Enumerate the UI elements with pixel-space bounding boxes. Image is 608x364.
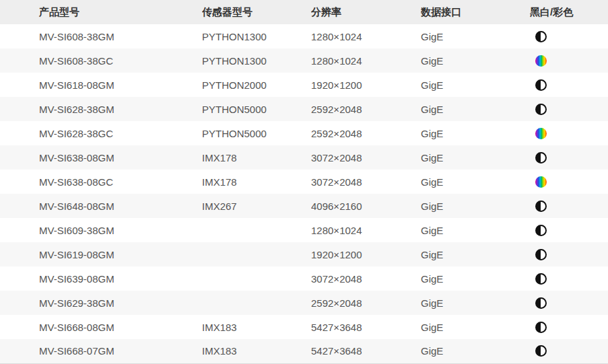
- data-interface-cell: GigE: [421, 97, 530, 121]
- chroma-cell: [530, 291, 608, 315]
- data-interface-cell: GigE: [421, 48, 530, 73]
- sensor-model-cell: IMX183: [202, 315, 311, 339]
- table-row: MV-SI628-38GC PYTHON5000 2592×2048 GigE: [0, 121, 608, 145]
- chroma-cell: [530, 24, 608, 48]
- data-interface-cell: GigE: [421, 73, 530, 97]
- table-row: MV-SI629-38GM 2592×2048 GigE: [0, 291, 608, 315]
- data-interface-cell: GigE: [421, 145, 530, 170]
- table-header: 产品型号 传感器型号 分辨率 数据接口 黑白/彩色: [0, 0, 608, 24]
- column-header-resolution: 分辨率: [311, 0, 421, 24]
- mono-icon: [535, 345, 547, 357]
- chroma-cell: [530, 339, 608, 363]
- sensor-model-cell: PYTHON2000: [202, 73, 311, 97]
- product-spec-table: 产品型号 传感器型号 分辨率 数据接口 黑白/彩色 MV-SI608-38GM …: [0, 0, 608, 364]
- table-row: MV-SI638-08GC IMX178 3072×2048 GigE: [0, 170, 608, 194]
- resolution-cell: 1280×1024: [311, 48, 421, 73]
- data-interface-cell: GigE: [421, 266, 530, 291]
- resolution-cell: 1280×1024: [311, 218, 421, 242]
- resolution-cell: 2592×2048: [311, 291, 421, 315]
- sensor-model-cell: PYTHON5000: [202, 121, 311, 145]
- chroma-cell: [530, 315, 608, 339]
- product-model-cell: MV-SI618-08GM: [0, 73, 202, 97]
- data-interface-cell: GigE: [421, 194, 530, 218]
- sensor-model-cell: [202, 218, 311, 242]
- table-row: MV-SI608-38GM PYTHON1300 1280×1024 GigE: [0, 24, 608, 48]
- sensor-model-cell: PYTHON1300: [202, 24, 311, 48]
- chroma-cell: [530, 266, 608, 291]
- product-model-cell: MV-SI628-38GC: [0, 121, 202, 145]
- data-interface-cell: GigE: [421, 24, 530, 48]
- column-header-interface: 数据接口: [421, 0, 530, 24]
- chroma-cell: [530, 170, 608, 194]
- resolution-cell: 3072×2048: [311, 266, 421, 291]
- product-model-cell: MV-SI648-08GM: [0, 194, 202, 218]
- table-row: MV-SI668-07GM IMX183 5427×3648 GigE: [0, 339, 608, 363]
- sensor-model-cell: IMX178: [202, 170, 311, 194]
- data-interface-cell: GigE: [421, 291, 530, 315]
- product-model-cell: MV-SI629-38GM: [0, 291, 202, 315]
- table-row: MV-SI608-38GC PYTHON1300 1280×1024 GigE: [0, 48, 608, 73]
- table-row: MV-SI618-08GM PYTHON2000 1920×1200 GigE: [0, 73, 608, 97]
- chroma-cell: [530, 97, 608, 121]
- mono-icon: [535, 249, 547, 260]
- chroma-cell: [530, 194, 608, 218]
- mono-icon: [535, 201, 547, 212]
- table-row: MV-SI638-08GM IMX178 3072×2048 GigE: [0, 145, 608, 170]
- table-header-row: 产品型号 传感器型号 分辨率 数据接口 黑白/彩色: [0, 0, 608, 24]
- color-icon: [535, 128, 547, 139]
- data-interface-cell: GigE: [421, 315, 530, 339]
- mono-icon: [535, 104, 547, 115]
- product-model-cell: MV-SI638-08GM: [0, 145, 202, 170]
- mono-icon: [535, 273, 547, 285]
- sensor-model-cell: [202, 291, 311, 315]
- product-model-cell: MV-SI639-08GM: [0, 266, 202, 291]
- column-header-chroma: 黑白/彩色: [530, 0, 608, 24]
- chroma-cell: [530, 218, 608, 242]
- resolution-cell: 2592×2048: [311, 97, 421, 121]
- data-interface-cell: GigE: [421, 218, 530, 242]
- product-model-cell: MV-SI608-38GC: [0, 48, 202, 73]
- resolution-cell: 4096×2160: [311, 194, 421, 218]
- sensor-model-cell: PYTHON5000: [202, 97, 311, 121]
- color-icon: [535, 176, 547, 188]
- product-model-cell: MV-SI668-07GM: [0, 339, 202, 363]
- table-row: MV-SI648-08GM IMX267 4096×2160 GigE: [0, 194, 608, 218]
- mono-icon: [535, 225, 547, 236]
- data-interface-cell: GigE: [421, 121, 530, 145]
- column-header-sensor: 传感器型号: [202, 0, 311, 24]
- table-row: MV-SI639-08GM 3072×2048 GigE: [0, 266, 608, 291]
- color-icon: [535, 55, 547, 67]
- resolution-cell: 3072×2048: [311, 170, 421, 194]
- resolution-cell: 1280×1024: [311, 24, 421, 48]
- resolution-cell: 5427×3648: [311, 315, 421, 339]
- resolution-cell: 1920×1200: [311, 73, 421, 97]
- table-row: MV-SI609-38GM 1280×1024 GigE: [0, 218, 608, 242]
- product-model-cell: MV-SI609-38GM: [0, 218, 202, 242]
- chroma-cell: [530, 145, 608, 170]
- product-spec-page: 产品型号 传感器型号 分辨率 数据接口 黑白/彩色 MV-SI608-38GM …: [0, 0, 608, 364]
- data-interface-cell: GigE: [421, 242, 530, 266]
- mono-icon: [535, 322, 547, 333]
- product-model-cell: MV-SI668-08GM: [0, 315, 202, 339]
- resolution-cell: 1920×1200: [311, 242, 421, 266]
- chroma-cell: [530, 48, 608, 73]
- mono-icon: [535, 31, 547, 42]
- sensor-model-cell: IMX183: [202, 339, 311, 363]
- data-interface-cell: GigE: [421, 339, 530, 363]
- table-row: MV-SI619-08GM 1920×1200 GigE: [0, 242, 608, 266]
- resolution-cell: 5427×3648: [311, 339, 421, 363]
- resolution-cell: 2592×2048: [311, 121, 421, 145]
- table-body: MV-SI608-38GM PYTHON1300 1280×1024 GigE …: [0, 24, 608, 363]
- mono-icon: [535, 152, 547, 163]
- column-header-product: 产品型号: [0, 0, 202, 24]
- sensor-model-cell: IMX267: [202, 194, 311, 218]
- product-model-cell: MV-SI638-08GC: [0, 170, 202, 194]
- chroma-cell: [530, 242, 608, 266]
- table-row: MV-SI668-08GM IMX183 5427×3648 GigE: [0, 315, 608, 339]
- chroma-cell: [530, 121, 608, 145]
- product-model-cell: MV-SI628-38GM: [0, 97, 202, 121]
- resolution-cell: 3072×2048: [311, 145, 421, 170]
- sensor-model-cell: IMX178: [202, 145, 311, 170]
- sensor-model-cell: PYTHON1300: [202, 48, 311, 73]
- sensor-model-cell: [202, 266, 311, 291]
